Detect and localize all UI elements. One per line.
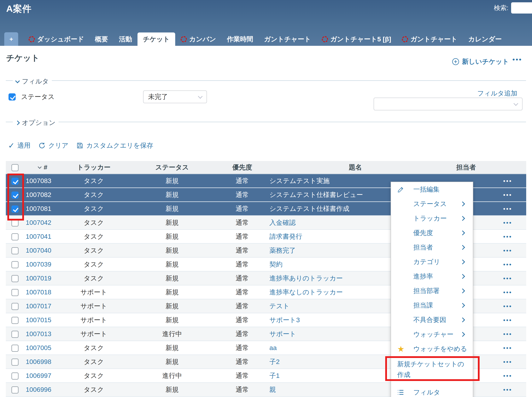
row-more-icon[interactable]: •••	[503, 234, 512, 240]
column-header-id[interactable]: #	[24, 163, 60, 171]
context-menu-item-5[interactable]: カテゴリ	[391, 254, 473, 269]
row-more-icon[interactable]: •••	[503, 247, 512, 254]
ticket-id-link[interactable]: 1007015	[26, 316, 51, 323]
ticket-id-link[interactable]: 1007081	[26, 205, 51, 212]
save-query-button[interactable]: カスタムクエリを保存	[76, 141, 153, 150]
ticket-subject-link[interactable]: システムテスト仕様書作成	[269, 205, 350, 212]
ticket-subject-link[interactable]: 契約	[269, 261, 282, 268]
ticket-subject-link[interactable]: サポート	[269, 330, 296, 337]
ticket-subject-link[interactable]: テスト	[269, 302, 289, 310]
context-menu-item-10[interactable]: ウォッチャー	[391, 327, 473, 341]
ticket-subject-link[interactable]: システムテスト仕様書レビュー	[269, 191, 363, 198]
status-filter-select[interactable]: 未完了	[143, 90, 207, 103]
context-menu-item-7[interactable]: 担当部署	[391, 284, 473, 298]
ticket-id-link[interactable]: 1007019	[26, 274, 51, 282]
tab-item-4[interactable]: カンバン	[175, 32, 221, 46]
row-checkbox[interactable]	[11, 345, 19, 352]
ticket-id-link[interactable]: 1007042	[26, 219, 51, 226]
ticket-subject-link[interactable]: システムテスト実施	[269, 177, 330, 184]
row-more-icon[interactable]: •••	[503, 359, 512, 365]
ticket-id-link[interactable]: 1007013	[26, 330, 51, 337]
row-more-icon[interactable]: •••	[503, 206, 512, 212]
ticket-id-link[interactable]: 1006996	[26, 386, 51, 393]
context-menu-item-0[interactable]: 一括編集	[391, 182, 473, 197]
ticket-id-link[interactable]: 1007005	[26, 344, 51, 351]
context-menu-item-13[interactable]: フィルタ	[391, 385, 473, 397]
row-more-icon[interactable]: •••	[503, 317, 512, 323]
ticket-subject-link[interactable]: 子2	[269, 358, 280, 365]
column-header-status[interactable]: ステータス	[128, 163, 217, 172]
ticket-id-link[interactable]: 1007018	[26, 288, 51, 296]
apply-button[interactable]: ✓ 適用	[8, 141, 31, 150]
ticket-id-link[interactable]: 1007083	[26, 177, 51, 184]
row-checkbox[interactable]	[11, 372, 19, 380]
row-more-icon[interactable]: •••	[503, 220, 512, 226]
ticket-id-link[interactable]: 1007017	[26, 302, 51, 310]
status-filter-checkbox[interactable]	[8, 93, 16, 100]
row-checkbox[interactable]	[11, 233, 19, 241]
column-header-subject[interactable]: 題名	[268, 163, 443, 172]
tab-item-3[interactable]: チケット	[138, 32, 175, 46]
tab-item-9[interactable]: カレンダー	[463, 32, 507, 46]
row-more-icon[interactable]: •••	[503, 331, 512, 337]
column-header-tracker[interactable]: トラッカー	[60, 163, 128, 172]
row-more-icon[interactable]: •••	[503, 275, 512, 282]
ticket-subject-link[interactable]: 進捗率なしのトラッカー	[269, 288, 343, 296]
add-filter-select[interactable]	[374, 98, 523, 110]
row-checkbox[interactable]	[11, 331, 19, 338]
ticket-id-link[interactable]: 1007040	[26, 247, 51, 254]
row-checkbox[interactable]	[11, 359, 19, 366]
tab-item-5[interactable]: 作業時間	[221, 32, 259, 46]
ticket-subject-link[interactable]: aa	[269, 344, 277, 351]
context-menu-item-3[interactable]: 優先度	[391, 226, 473, 240]
row-checkbox[interactable]	[11, 386, 19, 394]
ticket-id-link[interactable]: 1007039	[26, 261, 51, 268]
options-legend[interactable]: オプション	[13, 118, 59, 127]
clear-button[interactable]: クリア	[38, 141, 69, 150]
row-more-icon[interactable]: •••	[503, 289, 512, 296]
context-menu-item-6[interactable]: 進捗率	[391, 269, 473, 284]
ticket-id-link[interactable]: 1006997	[26, 372, 51, 379]
row-more-icon[interactable]: •••	[503, 178, 512, 184]
context-menu-item-11[interactable]: ★ウォッチをやめる	[391, 341, 473, 356]
ticket-subject-link[interactable]: 子1	[269, 372, 280, 379]
ticket-subject-link[interactable]: 入金確認	[269, 219, 296, 226]
ticket-subject-link[interactable]: 親	[269, 386, 276, 393]
row-checkbox[interactable]	[11, 289, 19, 296]
column-header-priority[interactable]: 優先度	[217, 163, 268, 172]
row-more-icon[interactable]: •••	[503, 345, 512, 351]
row-more-icon[interactable]: •••	[503, 261, 512, 268]
row-checkbox[interactable]	[11, 261, 19, 268]
page-more-icon[interactable]: •••	[513, 56, 522, 63]
ticket-subject-link[interactable]: サポート3	[269, 316, 300, 323]
row-more-icon[interactable]: •••	[503, 192, 512, 198]
ticket-id-link[interactable]: 1006998	[26, 358, 51, 365]
row-checkbox[interactable]	[11, 247, 19, 254]
row-more-icon[interactable]: •••	[503, 387, 512, 393]
context-menu-item-1[interactable]: ステータス	[391, 197, 473, 211]
row-checkbox[interactable]	[11, 275, 19, 282]
row-more-icon[interactable]: •••	[503, 303, 512, 310]
context-menu-item-4[interactable]: 担当者	[391, 240, 473, 254]
select-all-checkbox[interactable]	[11, 164, 19, 171]
ticket-subject-link[interactable]: 進捗率ありのトラッカー	[269, 274, 343, 282]
tab-item-7[interactable]: ガントチャート5 [β]	[316, 32, 397, 46]
filter-legend[interactable]: フィルタ	[13, 77, 52, 86]
tab-item-6[interactable]: ガントチャート	[259, 32, 316, 46]
tab-item-2[interactable]: 活動	[113, 32, 138, 46]
new-tab-button[interactable]: +	[4, 32, 18, 46]
tab-item-0[interactable]: ダッシュボード	[23, 32, 89, 46]
search-input[interactable]	[511, 2, 532, 13]
row-more-icon[interactable]: •••	[503, 373, 512, 379]
ticket-subject-link[interactable]: 請求書発行	[269, 233, 302, 240]
row-checkbox[interactable]	[11, 303, 19, 310]
ticket-id-link[interactable]: 1007041	[26, 233, 51, 240]
context-menu-item-9[interactable]: 不具合要因	[391, 313, 473, 327]
ticket-id-link[interactable]: 1007082	[26, 191, 51, 198]
column-header-assignee[interactable]: 担当者	[443, 163, 489, 172]
row-checkbox[interactable]	[11, 317, 19, 324]
context-menu-item-8[interactable]: 担当課	[391, 298, 473, 313]
tab-item-8[interactable]: ガントチャート	[396, 32, 463, 46]
new-ticket-button[interactable]: 新しいチケット	[452, 57, 509, 66]
context-menu-item-2[interactable]: トラッカー	[391, 211, 473, 226]
